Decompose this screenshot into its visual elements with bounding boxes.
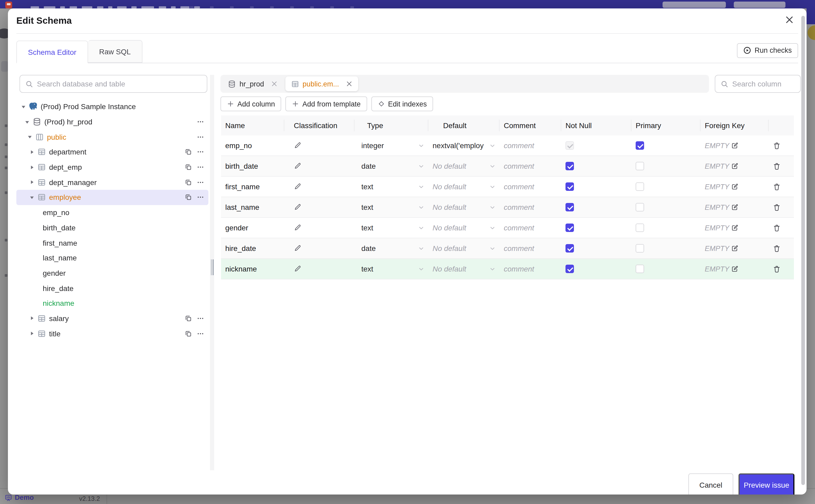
more-menu-icon[interactable] — [197, 179, 204, 186]
column-name-text[interactable]: emp_no — [225, 141, 252, 150]
tree-item-gender[interactable]: gender — [16, 265, 208, 280]
type-select[interactable]: integer — [361, 141, 428, 150]
more-menu-icon[interactable] — [197, 133, 204, 140]
tree-item-title[interactable]: title — [16, 326, 208, 341]
classification-edit-icon[interactable] — [294, 142, 301, 149]
comment-placeholder[interactable]: comment — [504, 162, 534, 170]
default-select[interactable]: No default — [433, 244, 500, 253]
column-search-input[interactable] — [732, 80, 795, 88]
copy-icon[interactable] — [185, 148, 192, 156]
type-select[interactable]: date — [361, 244, 428, 253]
copy-icon[interactable] — [185, 179, 192, 186]
primary-checkbox[interactable] — [636, 265, 644, 273]
type-select[interactable]: date — [361, 162, 428, 170]
caret-right-icon[interactable] — [28, 165, 35, 169]
caret-down-icon[interactable] — [26, 134, 33, 139]
tree-item-dept_emp[interactable]: dept_emp — [16, 160, 208, 175]
caret-down-icon[interactable] — [23, 119, 31, 124]
dialog-scrollbar[interactable] — [801, 16, 805, 485]
more-menu-icon[interactable] — [197, 315, 204, 322]
default-select[interactable]: No default — [433, 182, 500, 191]
comment-placeholder[interactable]: comment — [504, 224, 534, 232]
default-select[interactable]: No default — [433, 265, 500, 273]
close-tab-icon[interactable] — [271, 81, 277, 87]
delete-column-icon[interactable] — [773, 142, 781, 149]
column-name-text[interactable]: nickname — [225, 265, 257, 273]
type-select[interactable]: text — [361, 203, 428, 211]
classification-edit-icon[interactable] — [294, 245, 301, 252]
tree-item-hire_date[interactable]: hire_date — [16, 281, 208, 296]
comment-placeholder[interactable]: comment — [504, 141, 534, 150]
caret-right-icon[interactable] — [28, 180, 35, 185]
copy-icon[interactable] — [185, 194, 192, 201]
not-null-checkbox[interactable] — [566, 141, 574, 150]
column-name-text[interactable]: first_name — [225, 182, 260, 191]
edit-foreign-key-icon[interactable] — [731, 245, 738, 252]
not-null-checkbox[interactable] — [566, 244, 574, 253]
tree-item-last_name[interactable]: last_name — [16, 250, 208, 265]
edit-foreign-key-icon[interactable] — [731, 162, 738, 170]
tab-raw-sql[interactable]: Raw SQL — [88, 40, 142, 63]
delete-column-icon[interactable] — [773, 265, 781, 273]
copy-icon[interactable] — [185, 330, 192, 337]
caret-down-icon[interactable] — [20, 104, 27, 109]
tree-item-employee[interactable]: employee — [16, 190, 208, 205]
comment-placeholder[interactable]: comment — [504, 182, 534, 191]
caret-right-icon[interactable] — [28, 150, 35, 154]
column-name-text[interactable]: gender — [225, 224, 248, 232]
copy-icon[interactable] — [185, 315, 192, 322]
comment-placeholder[interactable]: comment — [504, 244, 534, 253]
more-menu-icon[interactable] — [197, 194, 204, 201]
classification-edit-icon[interactable] — [294, 162, 301, 170]
type-select[interactable]: text — [361, 265, 428, 273]
default-select[interactable]: No default — [433, 224, 500, 232]
close-icon[interactable] — [785, 15, 794, 24]
tree-item-salary[interactable]: salary — [16, 311, 208, 326]
comment-placeholder[interactable]: comment — [504, 203, 534, 211]
cancel-button[interactable]: Cancel — [688, 473, 733, 495]
preview-issue-button[interactable]: Preview issue — [739, 473, 794, 495]
classification-edit-icon[interactable] — [294, 224, 301, 231]
tree-item-(Prod) hr_prod[interactable]: (Prod) hr_prod — [16, 114, 208, 129]
more-menu-icon[interactable] — [197, 148, 204, 156]
column-name-text[interactable]: hire_date — [225, 244, 256, 253]
delete-column-icon[interactable] — [773, 224, 781, 232]
default-select[interactable]: No default — [433, 203, 500, 211]
delete-column-icon[interactable] — [773, 244, 781, 252]
edit-foreign-key-icon[interactable] — [731, 142, 738, 149]
more-menu-icon[interactable] — [197, 118, 204, 125]
primary-checkbox[interactable] — [636, 162, 644, 170]
primary-checkbox[interactable] — [636, 244, 644, 253]
not-null-checkbox[interactable] — [566, 265, 574, 273]
tree-item-(Prod) Prod Sample Instance[interactable]: (Prod) Prod Sample Instance — [16, 99, 208, 114]
column-name-text[interactable]: birth_date — [225, 162, 258, 170]
caret-right-icon[interactable] — [28, 331, 35, 336]
tree-item-first_name[interactable]: first_name — [16, 235, 208, 250]
edit-foreign-key-icon[interactable] — [731, 183, 738, 190]
column-name-text[interactable]: last_name — [225, 203, 259, 211]
panel-resize-handle[interactable] — [210, 259, 214, 275]
database-search-input[interactable] — [37, 80, 201, 88]
classification-edit-icon[interactable] — [294, 265, 301, 273]
not-null-checkbox[interactable] — [566, 182, 574, 191]
copy-icon[interactable] — [185, 163, 192, 171]
classification-edit-icon[interactable] — [294, 203, 301, 211]
default-select[interactable]: No default — [433, 162, 500, 170]
edit-foreign-key-icon[interactable] — [731, 224, 738, 231]
tree-item-public[interactable]: public — [16, 129, 208, 144]
caret-down-icon[interactable] — [28, 195, 35, 200]
tree-item-birth_date[interactable]: birth_date — [16, 220, 208, 235]
comment-placeholder[interactable]: comment — [504, 265, 534, 273]
more-menu-icon[interactable] — [197, 330, 204, 337]
add-from-template-button[interactable]: Add from template — [286, 96, 367, 111]
open-tab-public.em...[interactable]: public.em... — [285, 76, 358, 91]
classification-edit-icon[interactable] — [294, 183, 301, 190]
close-tab-icon[interactable] — [346, 81, 352, 87]
delete-column-icon[interactable] — [773, 203, 781, 211]
tree-item-dept_manager[interactable]: dept_manager — [16, 175, 208, 190]
delete-column-icon[interactable] — [773, 162, 781, 170]
primary-checkbox[interactable] — [636, 203, 644, 211]
tree-item-nickname[interactable]: nickname — [16, 296, 208, 311]
open-tab-hr_prod[interactable]: hr_prod — [222, 76, 283, 91]
edit-foreign-key-icon[interactable] — [731, 203, 738, 211]
